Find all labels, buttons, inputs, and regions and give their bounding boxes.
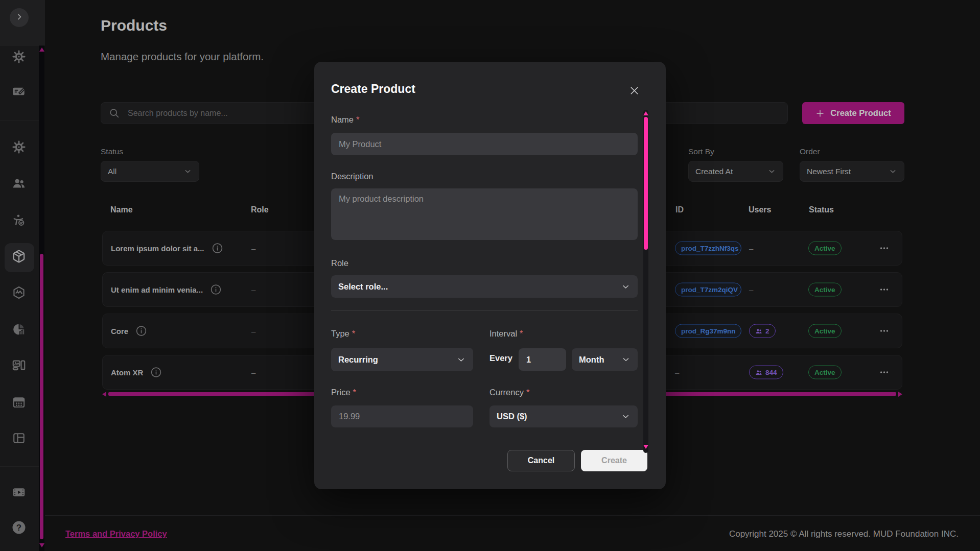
modal-scrollbar-thumb[interactable] (644, 117, 648, 250)
type-select-value: Recurring (338, 355, 378, 365)
modal-scroll-down-arrow[interactable] (643, 445, 648, 449)
form-divider (331, 310, 638, 311)
required-asterisk: * (356, 115, 359, 124)
create-product-modal: Create Product Name* Description Role Se… (314, 62, 666, 489)
required-asterisk: * (526, 388, 529, 397)
modal-scroll-up-arrow[interactable] (643, 111, 648, 115)
required-asterisk: * (520, 329, 523, 338)
cancel-button[interactable]: Cancel (507, 450, 575, 471)
modal-title: Create Product (331, 82, 415, 96)
role-select[interactable]: Select role... (331, 275, 638, 298)
required-asterisk: * (352, 329, 355, 338)
interval-unit-value: Month (579, 355, 604, 365)
app-window: ? Products Manage products for your plat… (0, 0, 980, 551)
chevron-down-icon (621, 412, 631, 421)
chevron-down-icon (621, 355, 631, 364)
required-asterisk: * (353, 388, 356, 397)
currency-select-value: USD ($) (497, 412, 527, 421)
currency-select[interactable]: USD ($) (489, 405, 638, 427)
every-label: Every (489, 353, 512, 363)
chevron-down-icon (456, 355, 466, 365)
interval-value-input[interactable] (519, 348, 566, 371)
type-select[interactable]: Recurring (331, 348, 473, 371)
description-textarea[interactable] (331, 188, 638, 240)
create-button[interactable]: Create (581, 450, 647, 471)
role-select-value: Select role... (338, 282, 388, 292)
price-label: Price* (331, 388, 356, 397)
type-label: Type* (331, 329, 355, 339)
interval-label: Interval* (489, 329, 523, 339)
role-label: Role (331, 258, 348, 268)
currency-label: Currency* (489, 388, 529, 397)
name-input[interactable] (331, 133, 638, 155)
name-label: Name* (331, 115, 359, 125)
chevron-down-icon (621, 282, 631, 292)
close-icon (628, 85, 640, 97)
interval-unit-select[interactable]: Month (572, 348, 638, 371)
price-input[interactable] (331, 405, 473, 427)
close-button[interactable] (627, 83, 641, 98)
description-label: Description (331, 172, 374, 181)
